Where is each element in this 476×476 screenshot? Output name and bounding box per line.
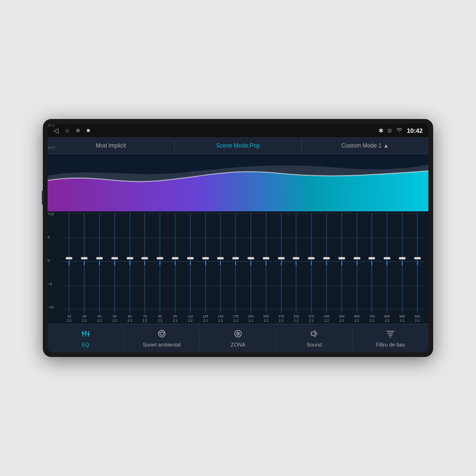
eq-band-920[interactable]: 9202.2: [410, 213, 425, 323]
slider-thumb-435[interactable]: [323, 257, 330, 259]
eq-band-30[interactable]: 302.2: [77, 213, 92, 323]
slider-thumb-315[interactable]: [293, 257, 299, 259]
eq-band-435[interactable]: 4352.2: [319, 213, 334, 323]
slider-track-30[interactable]: [84, 213, 85, 313]
recent-nav-icon[interactable]: ■: [87, 127, 90, 134]
eq-band-375[interactable]: 3752.2: [304, 213, 319, 323]
slider-track-175[interactable]: [235, 213, 236, 313]
slider-thumb-150[interactable]: [217, 257, 224, 259]
eq-band-20[interactable]: 202.2: [62, 213, 77, 323]
slider-track-40[interactable]: [99, 213, 100, 313]
eq-band-150[interactable]: 1502.2: [213, 213, 228, 323]
fc-label-30: 30: [82, 315, 86, 318]
mode-custom[interactable]: Custom Mode 1 ▲: [302, 137, 428, 154]
slider-thumb-800[interactable]: [384, 257, 390, 259]
nav-label-eq: EQ: [82, 342, 89, 347]
slider-track-275[interactable]: [281, 213, 282, 313]
slider-track-235[interactable]: [266, 213, 267, 313]
slider-thumb-860[interactable]: [399, 257, 406, 259]
slider-thumb-125[interactable]: [202, 257, 209, 259]
slider-thumb-70[interactable]: [141, 257, 148, 259]
slider-track-375[interactable]: [311, 213, 312, 313]
slider-track-200[interactable]: [250, 213, 251, 313]
slider-thumb-700[interactable]: [368, 257, 375, 259]
nav-item-zona[interactable]: ZONA: [200, 324, 276, 352]
menu-nav-icon[interactable]: ≡: [76, 127, 79, 134]
slider-track-80[interactable]: [159, 213, 160, 313]
slider-thumb-50[interactable]: [111, 257, 118, 259]
fc-label-50: 50: [113, 315, 117, 318]
scale-minus6: −6: [48, 282, 54, 286]
q-label-70: 2.2: [143, 319, 148, 323]
eq-band-315[interactable]: 3152.2: [289, 213, 304, 323]
slider-thumb-200[interactable]: [248, 257, 254, 259]
nav-item-sound[interactable]: Sound: [277, 324, 352, 352]
fc-label-110: 110: [188, 315, 193, 318]
slider-track-860[interactable]: [402, 213, 403, 313]
slider-track-60[interactable]: [129, 213, 130, 313]
eq-band-50[interactable]: 502.2: [107, 213, 122, 323]
nav-item-filtru[interactable]: Filtru de bas: [353, 324, 428, 352]
slider-track-600[interactable]: [357, 213, 357, 313]
eq-band-500[interactable]: 5002.2: [334, 213, 349, 323]
scale-plus12: +12: [48, 212, 54, 216]
q-label-60: 2.2: [128, 319, 132, 323]
nav-item-ambient[interactable]: Sunet ambiental: [124, 324, 199, 352]
q-label-700: 2.2: [369, 319, 374, 323]
eq-band-40[interactable]: 402.2: [92, 213, 107, 323]
nav-item-eq[interactable]: EQ: [48, 324, 123, 352]
eq-band-860[interactable]: 8602.2: [395, 213, 410, 323]
slider-track-95[interactable]: [175, 213, 176, 313]
slider-track-125[interactable]: [205, 213, 206, 313]
q-label-30: 2.2: [82, 319, 87, 323]
slider-thumb-375[interactable]: [308, 257, 315, 259]
slider-track-700[interactable]: [371, 213, 372, 313]
eq-band-95[interactable]: 952.2: [168, 213, 183, 323]
slider-thumb-275[interactable]: [278, 257, 285, 259]
slider-thumb-235[interactable]: [263, 257, 269, 259]
slider-track-110[interactable]: [190, 213, 191, 313]
slider-thumb-500[interactable]: [338, 257, 345, 259]
slider-thumb-40[interactable]: [96, 257, 103, 259]
slider-thumb-20[interactable]: [66, 257, 72, 259]
slider-thumb-175[interactable]: [232, 257, 239, 259]
q-label-375: 2.2: [309, 319, 314, 323]
eq-band-800[interactable]: 8002.2: [380, 213, 395, 323]
slider-track-435[interactable]: [326, 213, 327, 313]
svg-point-10: [160, 332, 163, 336]
mode-default[interactable]: Mod implicit: [48, 137, 174, 154]
eq-band-275[interactable]: 2752.2: [274, 213, 288, 323]
eq-band-70[interactable]: 702.2: [138, 213, 152, 323]
slider-track-70[interactable]: [144, 213, 145, 313]
eq-band-200[interactable]: 2002.2: [244, 213, 258, 323]
q-label-275: 2.2: [279, 319, 284, 323]
q-label-860: 2.2: [400, 319, 405, 323]
slider-track-500[interactable]: [341, 213, 342, 313]
slider-track-150[interactable]: [220, 213, 221, 313]
eq-band-80[interactable]: 802.2: [153, 213, 168, 323]
eq-band-235[interactable]: 2352.2: [258, 213, 273, 323]
eq-band-600[interactable]: 6002.2: [349, 213, 364, 323]
slider-track-20[interactable]: [69, 213, 69, 313]
slider-track-800[interactable]: [387, 213, 387, 313]
fc-label-235: 235: [263, 315, 269, 318]
eq-band-60[interactable]: 602.2: [122, 213, 137, 323]
slider-thumb-30[interactable]: [81, 257, 88, 259]
slider-track-315[interactable]: [296, 213, 297, 313]
slider-thumb-60[interactable]: [127, 257, 133, 259]
slider-track-50[interactable]: [114, 213, 115, 313]
eq-band-700[interactable]: 7002.2: [365, 213, 379, 323]
eq-band-125[interactable]: 1252.2: [198, 213, 213, 323]
slider-thumb-600[interactable]: [354, 257, 360, 259]
slider-track-920[interactable]: [417, 213, 418, 313]
eq-band-175[interactable]: 1752.2: [228, 213, 243, 323]
eq-band-110[interactable]: 1102.2: [183, 213, 198, 323]
slider-thumb-920[interactable]: [414, 257, 421, 259]
slider-thumb-110[interactable]: [187, 257, 194, 259]
slider-thumb-80[interactable]: [157, 257, 163, 259]
slider-thumb-95[interactable]: [172, 257, 178, 259]
side-button-1[interactable]: [42, 190, 44, 205]
home-nav-icon[interactable]: ○: [65, 127, 69, 134]
mode-scene[interactable]: Scene Mode:Pop: [175, 137, 301, 154]
fc-label-95: 95: [173, 315, 177, 318]
